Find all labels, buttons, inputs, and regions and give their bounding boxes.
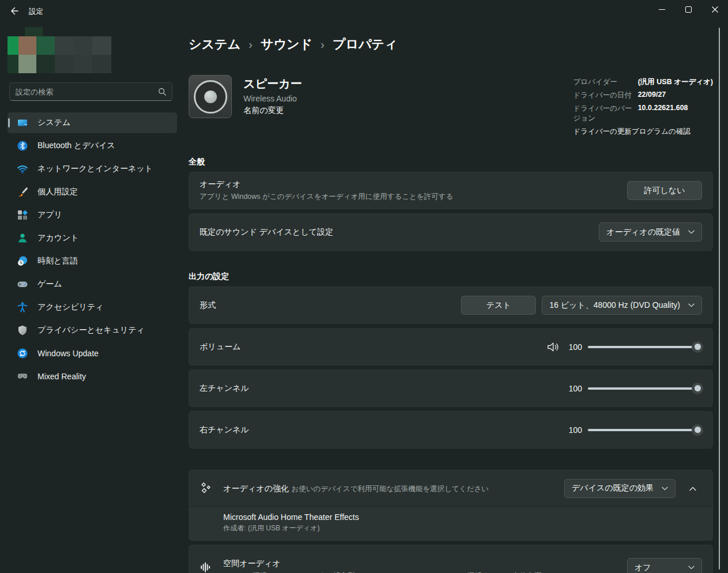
chevron-up-icon	[689, 484, 696, 493]
vertical-scrollbar[interactable]	[719, 28, 720, 570]
default-device-title: 既定のサウンド デバイスとして設定	[200, 227, 333, 238]
default-device-dropdown-value: オーディオの既定値	[606, 227, 680, 238]
check-driver-updates-link[interactable]: ドライバーの更新プログラムの確認	[573, 127, 713, 137]
sidebar-item-label: アカウント	[37, 233, 79, 243]
sidebar-item-personalization[interactable]: 個人用設定	[7, 182, 177, 202]
sidebar-item-privacy-security[interactable]: プライバシーとセキュリティ	[7, 320, 177, 341]
device-header: スピーカー Wireless Audio 名前の変更 プロバイダー (汎用 US…	[189, 75, 713, 137]
driver-info-panel: プロバイダー (汎用 USB オーディオ) ドライバーの日付 22/09/27 …	[573, 77, 713, 137]
spatial-audio-title: 空間オーディオ	[223, 559, 543, 569]
audio-permission-row: オーディオ アプリと Windows がこのデバイスをオーディオ用に使用すること…	[189, 172, 713, 209]
sidebar-item-label: アクセシビリティ	[37, 302, 104, 312]
sidebar-item-label: Bluetooth とデバイス	[37, 141, 115, 151]
chevron-down-icon	[662, 487, 668, 491]
volume-row: ボリューム 100	[189, 328, 713, 365]
audio-enhancements-title: オーディオの強化	[223, 484, 289, 493]
device-subtitle: Wireless Audio	[243, 94, 302, 103]
rename-device-link[interactable]: 名前の変更	[243, 105, 302, 116]
sidebar-item-accounts[interactable]: アカウント	[7, 228, 177, 248]
bluetooth-icon	[17, 140, 28, 152]
gaming-icon	[17, 278, 28, 290]
sidebar-item-bluetooth-devices[interactable]: Bluetooth とデバイス	[7, 135, 177, 156]
breadcrumb-system[interactable]: システム	[189, 36, 241, 53]
close-button[interactable]	[701, 0, 728, 20]
driver-date-label: ドライバーの日付	[573, 91, 638, 100]
titlebar: 設定	[0, 0, 728, 23]
breadcrumb-properties: プロパティ	[332, 36, 397, 53]
window-controls	[648, 0, 728, 20]
test-button[interactable]: テスト	[461, 296, 536, 315]
default-device-dropdown[interactable]: オーディオの既定値	[599, 223, 702, 242]
left-channel-title: 左チャンネル	[200, 383, 249, 394]
search-input[interactable]	[10, 88, 158, 96]
accessibility-icon	[17, 301, 28, 313]
section-output-header: 出力の設定	[189, 272, 713, 282]
sidebar-item-mixed-reality[interactable]: Mixed Reality	[7, 366, 177, 387]
minimize-icon	[659, 6, 665, 14]
breadcrumb-separator: ›	[249, 38, 253, 51]
app-title: 設定	[29, 7, 43, 17]
sidebar-item-apps[interactable]: アプリ	[7, 205, 177, 225]
volume-slider-thumb[interactable]	[692, 341, 703, 353]
right-channel-row: 右チャンネル 100	[189, 411, 713, 448]
user-avatar[interactable]	[7, 27, 111, 73]
right-channel-slider-thumb[interactable]	[692, 424, 703, 436]
privacy-shield-icon	[17, 325, 28, 336]
driver-version-value: 10.0.22621.608	[638, 104, 688, 123]
chevron-down-icon	[688, 303, 695, 307]
disallow-audio-button[interactable]: 許可しない	[627, 181, 702, 200]
sidebar-item-label: システム	[37, 118, 70, 128]
right-channel-slider[interactable]	[588, 424, 702, 436]
driver-version-label: ドライバーのバージョン	[573, 104, 638, 123]
apps-icon	[17, 209, 28, 221]
search-icon	[158, 88, 166, 96]
sidebar-item-windows-update[interactable]: Windows Update	[7, 343, 177, 364]
sidebar-item-network-internet[interactable]: ネットワークとインターネット	[7, 159, 177, 179]
sidebar-item-label: プライバシーとセキュリティ	[37, 325, 145, 335]
back-button[interactable]	[5, 3, 24, 20]
audio-enhancements-group: オーディオの強化 お使いのデバイスで利用可能な拡張機能を選択してください デバイ…	[189, 470, 713, 541]
driver-provider-value: (汎用 USB オーディオ)	[638, 77, 713, 87]
sidebar-item-label: ゲーム	[37, 279, 62, 289]
sidebar-item-gaming[interactable]: ゲーム	[7, 274, 177, 295]
personalization-brush-icon	[17, 186, 28, 198]
sidebar-item-accessibility[interactable]: アクセシビリティ	[7, 297, 177, 318]
sidebar-item-system[interactable]: システム	[7, 112, 177, 133]
left-channel-row: 左チャンネル 100	[189, 370, 713, 407]
spatial-audio-dropdown-value: オフ	[635, 563, 651, 573]
breadcrumb-sound[interactable]: サウンド	[261, 36, 313, 53]
breadcrumb-separator: ›	[321, 38, 325, 51]
volume-value: 100	[566, 342, 582, 352]
spatial-audio-waveform-icon	[200, 560, 212, 573]
sidebar-item-label: アプリ	[37, 210, 62, 220]
sidebar-item-time-language[interactable]: 時刻と言語	[7, 251, 177, 272]
format-row: 形式 テスト 16 ビット、48000 Hz (DVD Quality)	[189, 286, 713, 324]
settings-sidebar: システム Bluetooth とデバイス ネットワークとインターネット 個人用設…	[0, 23, 185, 573]
left-channel-value: 100	[566, 384, 582, 393]
format-dropdown[interactable]: 16 ビット、48000 Hz (DVD Quality)	[542, 296, 702, 315]
spatial-audio-dropdown[interactable]: オフ	[627, 558, 702, 573]
close-icon	[712, 6, 718, 14]
audio-row-title: オーディオ	[200, 179, 453, 190]
maximize-button[interactable]	[675, 0, 701, 20]
left-channel-slider[interactable]	[588, 383, 702, 394]
audio-enhancements-row: オーディオの強化 お使いのデバイスで利用可能な拡張機能を選択してください デバイ…	[189, 470, 713, 506]
enhancements-dropdown[interactable]: デバイスの既定の効果	[564, 479, 676, 498]
time-language-icon	[17, 255, 28, 267]
driver-provider-label: プロバイダー	[573, 77, 638, 87]
back-arrow-icon	[10, 6, 19, 17]
sidebar-item-label: Mixed Reality	[37, 372, 86, 381]
section-general-header: 全般	[189, 157, 713, 167]
speaker-device-icon	[189, 75, 232, 118]
format-row-title: 形式	[200, 300, 216, 311]
volume-slider[interactable]	[588, 341, 702, 353]
format-dropdown-value: 16 ビット、48000 Hz (DVD Quality)	[549, 300, 680, 311]
minimize-button[interactable]	[648, 0, 675, 20]
accounts-icon	[17, 232, 28, 244]
left-channel-slider-thumb[interactable]	[692, 383, 703, 394]
collapse-expander-button[interactable]	[684, 479, 702, 497]
sidebar-item-label: 個人用設定	[37, 187, 78, 197]
volume-row-title: ボリューム	[200, 342, 241, 352]
sidebar-item-label: ネットワークとインターネット	[37, 164, 153, 174]
enhancement-effect-author: 作成者: (汎用 USB オーディオ)	[223, 523, 702, 533]
